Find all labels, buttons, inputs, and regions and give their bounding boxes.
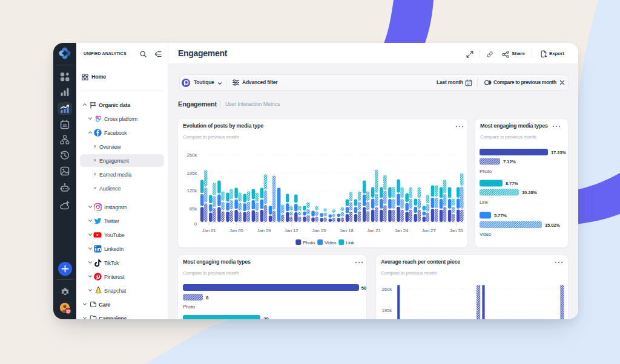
svg-text:Photo: Photo xyxy=(480,169,492,174)
svg-text:Jan 05: Jan 05 xyxy=(229,228,244,233)
svg-text:Jan 21: Jan 21 xyxy=(367,228,381,233)
svg-text:15.02%: 15.02% xyxy=(545,223,560,228)
svg-text:31: 31 xyxy=(62,123,67,128)
svg-text:8.77%: 8.77% xyxy=(506,181,518,186)
svg-text:260k: 260k xyxy=(381,287,392,292)
svg-text:20: 20 xyxy=(263,316,269,320)
svg-text:120k: 120k xyxy=(186,188,197,193)
svg-text:5.77%: 5.77% xyxy=(494,213,507,218)
svg-text:Link: Link xyxy=(346,240,355,245)
svg-text:Jan 01: Jan 01 xyxy=(202,228,217,233)
svg-text:Photo: Photo xyxy=(183,304,196,310)
svg-text:50: 50 xyxy=(361,285,367,291)
svg-text:17.23%: 17.23% xyxy=(551,150,566,155)
svg-text:65k: 65k xyxy=(190,206,197,212)
svg-text:10.28%: 10.28% xyxy=(522,190,537,195)
svg-text:Video: Video xyxy=(480,232,492,237)
svg-text:7.12%: 7.12% xyxy=(503,159,516,164)
svg-text:8: 8 xyxy=(206,295,209,301)
svg-text:Jan 31: Jan 31 xyxy=(449,228,464,233)
svg-text:Link: Link xyxy=(480,200,489,205)
svg-text:195k: 195k xyxy=(186,171,197,176)
svg-text:Jan 09: Jan 09 xyxy=(257,228,271,233)
svg-text:Photo: Photo xyxy=(303,240,315,245)
svg-text:Jan 12: Jan 12 xyxy=(285,228,299,233)
svg-text:260k: 260k xyxy=(186,152,197,158)
svg-text:Jan 24: Jan 24 xyxy=(394,228,409,233)
svg-text:195k: 195k xyxy=(381,308,392,313)
svg-text:0: 0 xyxy=(194,221,197,227)
svg-text:Jan 15: Jan 15 xyxy=(312,228,326,233)
svg-text:Video: Video xyxy=(325,240,337,245)
svg-text:Jan 18: Jan 18 xyxy=(340,228,354,233)
svg-text:Jan 27: Jan 27 xyxy=(422,228,437,233)
